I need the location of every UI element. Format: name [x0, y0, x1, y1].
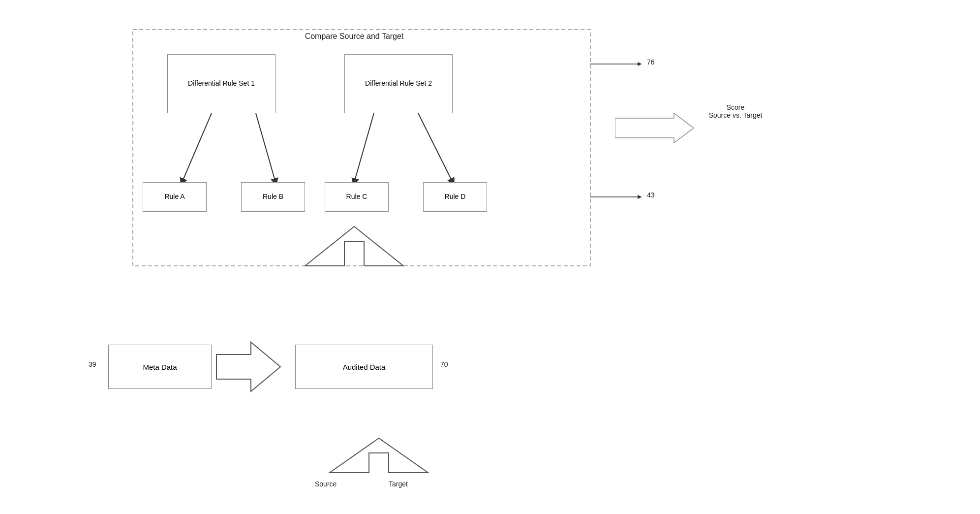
diagram-arrows — [0, 0, 980, 514]
svg-line-3 — [354, 113, 374, 182]
svg-marker-7 — [305, 226, 403, 266]
source-label: Source — [315, 480, 337, 488]
svg-marker-9 — [330, 438, 428, 473]
box-diff-rule-set-2: Differential Rule Set 2 — [344, 54, 453, 113]
diagram-container: Compare Source and Target Differential R… — [0, 0, 980, 514]
box-rule-a: Rule A — [143, 182, 207, 212]
box-rule-c: Rule C — [325, 182, 389, 212]
ref-43: 43 — [647, 191, 655, 199]
svg-line-1 — [182, 113, 212, 182]
box-diff-rule-set-1: Differential Rule Set 1 — [167, 54, 276, 113]
box-meta-data: Meta Data — [108, 345, 212, 389]
svg-line-4 — [418, 113, 453, 182]
ref-70: 70 — [440, 360, 448, 368]
svg-marker-8 — [216, 342, 280, 391]
box-rule-d: Rule D — [423, 182, 487, 212]
score-label: Score Source vs. Target — [704, 103, 767, 119]
svg-marker-10 — [615, 113, 694, 143]
box-audited-data: Audited Data — [295, 345, 433, 389]
title-compare: Compare Source and Target — [231, 32, 477, 41]
ref-39: 39 — [89, 360, 96, 368]
svg-line-2 — [256, 113, 276, 182]
target-label: Target — [389, 480, 408, 488]
score-arrow-shape — [615, 113, 694, 143]
ref-76: 76 — [647, 58, 655, 66]
box-rule-b: Rule B — [241, 182, 305, 212]
